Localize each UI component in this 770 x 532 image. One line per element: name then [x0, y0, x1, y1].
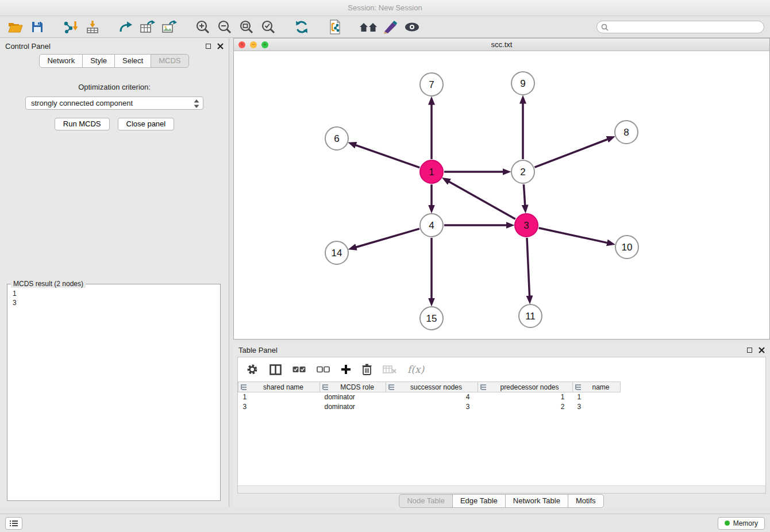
export-network-icon	[118, 20, 133, 34]
tab-style[interactable]: Style	[82, 54, 115, 68]
graph-edge-3-1[interactable]	[449, 182, 515, 219]
window-zoom-button[interactable]: +	[261, 41, 268, 48]
column-header-name[interactable]: name	[573, 382, 621, 392]
tab-edge-table[interactable]: Edge Table	[452, 494, 506, 508]
column-header-predecessor-nodes[interactable]: predecessor nodes	[478, 382, 573, 392]
export-network-button[interactable]	[116, 18, 136, 36]
export-table-button[interactable]	[138, 18, 157, 36]
import-network-button[interactable]	[61, 18, 80, 36]
table-cell[interactable]: 3	[573, 402, 621, 412]
table-row[interactable]: 1dominator411	[238, 392, 766, 402]
document-network-button[interactable]	[325, 18, 345, 36]
select-all-button[interactable]	[292, 366, 306, 373]
open-session-button[interactable]	[6, 18, 25, 36]
node-table: shared name MCDS role	[238, 381, 765, 412]
style-button[interactable]	[380, 18, 400, 36]
table-cell[interactable]: 1	[478, 392, 573, 402]
graph-edge-3-10[interactable]	[539, 228, 607, 243]
mcds-result-item: 3	[13, 298, 215, 307]
graph-node-3[interactable]: 3	[515, 214, 538, 237]
zoom-out-button[interactable]	[215, 18, 234, 36]
zoom-in-button[interactable]	[193, 18, 213, 36]
app-title: Session: New Session	[348, 3, 422, 12]
zoom-fit-button[interactable]	[237, 18, 256, 36]
graph-edge-1-6[interactable]	[356, 145, 419, 168]
table-row[interactable]: 3dominator323	[238, 402, 766, 412]
tab-network-table[interactable]: Network Table	[505, 494, 568, 508]
import-table-button[interactable]	[83, 18, 102, 36]
graph-edge-2-3[interactable]	[523, 184, 525, 205]
graph-node-1[interactable]: 1	[420, 160, 443, 183]
table-cell[interactable]: 3	[238, 402, 320, 412]
optimization-criterion-select[interactable]: strongly connected component	[25, 97, 203, 110]
delete-column-button[interactable]	[362, 364, 372, 375]
graph-node-label: 14	[332, 248, 342, 259]
table-cell[interactable]: 4	[386, 392, 478, 402]
graph-node-4[interactable]: 4	[420, 214, 443, 237]
mcds-result-item: 1	[13, 289, 215, 298]
column-type-icon	[388, 384, 395, 390]
graph-edge-3-11[interactable]	[527, 238, 530, 296]
graph-node-2[interactable]: 2	[511, 160, 534, 183]
column-header-mcds-role[interactable]: MCDS role	[320, 382, 386, 392]
tab-network[interactable]: Network	[39, 54, 83, 68]
table-horizontal-scrollbar[interactable]	[238, 485, 765, 493]
export-image-button[interactable]	[160, 18, 179, 36]
main-toolbar	[0, 16, 770, 38]
table-cell[interactable]: 3	[386, 402, 478, 412]
graph-node-8[interactable]: 8	[615, 121, 638, 144]
table-panel-title: Table Panel	[238, 346, 278, 354]
zoom-selected-button[interactable]	[259, 18, 278, 36]
table-settings-button[interactable]	[246, 363, 259, 376]
style-brush-icon	[382, 20, 398, 34]
search-input[interactable]	[596, 21, 764, 33]
window-close-button[interactable]: ×	[238, 41, 245, 48]
table-cell-filler	[621, 392, 766, 402]
table-header-row: shared name MCDS role	[238, 382, 766, 392]
float-panel-icon[interactable]	[206, 44, 211, 49]
table-panel-body: f(x) shared name	[237, 357, 766, 494]
close-table-panel-icon[interactable]	[759, 347, 765, 353]
tab-node-table[interactable]: Node Table	[399, 494, 453, 508]
save-icon	[31, 21, 44, 33]
tab-select[interactable]: Select	[114, 54, 151, 68]
window-minimize-button[interactable]: −	[250, 41, 257, 48]
zoom-fit-icon	[239, 20, 254, 34]
graphics-details-button[interactable]	[402, 18, 422, 36]
graph-node-10[interactable]: 10	[615, 236, 638, 259]
delete-table-button	[383, 365, 396, 374]
close-panel-button[interactable]: Close panel	[118, 118, 175, 130]
graph-edge-2-8[interactable]	[535, 140, 608, 168]
graph-node-9[interactable]: 9	[511, 72, 534, 95]
table-cell[interactable]: 2	[478, 402, 573, 412]
table-cell[interactable]: 1	[573, 392, 621, 402]
add-column-button[interactable]	[341, 364, 351, 375]
tab-mcds[interactable]: MCDS	[151, 54, 188, 68]
deselect-all-button[interactable]	[317, 366, 330, 373]
memory-button[interactable]: Memory	[718, 517, 765, 530]
network-canvas[interactable]: 7968124314101511	[234, 51, 769, 339]
task-history-button[interactable]	[5, 517, 22, 530]
float-table-panel-icon[interactable]	[747, 348, 752, 353]
column-header-shared-name[interactable]: shared name	[238, 382, 320, 392]
table-cell[interactable]: dominator	[320, 392, 386, 402]
graph-node-11[interactable]: 11	[519, 304, 542, 327]
table-cell[interactable]: dominator	[320, 402, 386, 412]
graph-node-7[interactable]: 7	[420, 73, 443, 96]
tab-motifs[interactable]: Motifs	[568, 494, 604, 508]
vertical-splitter[interactable]	[229, 38, 233, 507]
graph-node-15[interactable]: 15	[420, 307, 443, 330]
refresh-layout-button[interactable]	[292, 18, 311, 36]
graph-edge-4-14[interactable]	[356, 229, 419, 247]
graph-node-6[interactable]: 6	[325, 127, 348, 150]
column-header-successor-nodes[interactable]: successor nodes	[386, 382, 478, 392]
toggle-columns-button[interactable]	[270, 364, 282, 375]
neighbors-button[interactable]	[359, 18, 378, 36]
function-builder-button: f(x)	[407, 364, 424, 375]
graph-node-14[interactable]: 14	[325, 241, 348, 264]
refresh-icon	[294, 20, 309, 34]
run-mcds-button[interactable]: Run MCDS	[55, 118, 110, 130]
close-panel-icon[interactable]	[217, 43, 224, 49]
save-session-button[interactable]	[28, 18, 47, 36]
table-cell[interactable]: 1	[238, 392, 320, 402]
